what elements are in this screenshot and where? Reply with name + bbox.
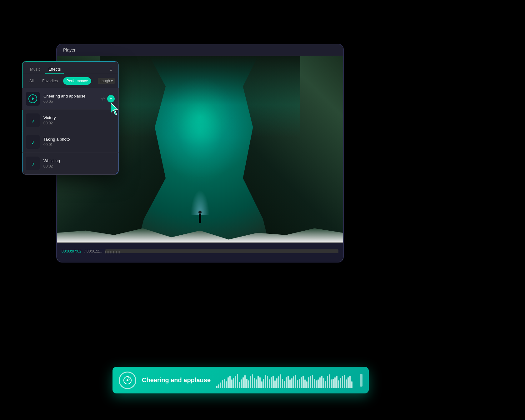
waveform-bar (319, 377, 321, 388)
sound-name-cheering: Cheering and applause (43, 94, 97, 98)
sound-info-whistling: Whistling 00:02 (43, 158, 115, 168)
waveform-bar (254, 378, 255, 388)
waveform-bar (295, 375, 296, 388)
music-note-icon-taking-photo: ♪ (31, 138, 34, 146)
waveform-bar (336, 376, 338, 388)
sound-item-whistling[interactable]: ♪ Whistling 00:02 (22, 153, 118, 174)
filter-favorites[interactable]: Favorites (39, 77, 61, 85)
waveform-bar (348, 377, 349, 388)
waveform-bar (340, 378, 341, 388)
waveform-bar (235, 376, 236, 388)
sound-item-victory[interactable]: ♪ Victory 00:02 (22, 110, 118, 131)
sound-duration-whistling: 00:02 (43, 164, 115, 168)
sound-actions-cheering: ☆ + (101, 95, 115, 102)
sound-info-taking-photo: Taking a photo 00:01 (43, 137, 115, 147)
sound-item-cheering[interactable]: Cheering and applause 00:05 ☆ + (22, 88, 118, 110)
sound-info-victory: Victory 00:02 (43, 115, 115, 125)
waveform-bar (351, 381, 352, 388)
waveform-bar (248, 380, 249, 388)
sound-item-taking-photo[interactable]: ♪ Taking a photo 00:01 (22, 131, 118, 153)
sound-name-victory: Victory (43, 115, 115, 120)
waveform-bar (334, 377, 336, 388)
waveform-bar (252, 374, 253, 388)
filter-performance[interactable]: Performance (63, 77, 92, 85)
waveform-bar (228, 377, 229, 388)
waveform-bar (349, 376, 351, 388)
sound-thumb-cheering (26, 92, 40, 106)
waveform-bar (258, 376, 259, 388)
app-title: Player (63, 48, 76, 52)
waveform-bar (224, 379, 225, 388)
waveform-bar (280, 374, 281, 388)
waveform-bar (263, 379, 264, 388)
timeline-dots (105, 251, 338, 252)
timeline-bar: 00:00:07:02 / 00:01:2... (57, 242, 343, 260)
waveform-end (360, 374, 362, 387)
waveform-bar (302, 376, 304, 388)
waveform-bar (312, 375, 313, 388)
waveform-bar (274, 380, 276, 388)
waveform-bar (229, 376, 231, 388)
add-button-cheering[interactable]: + (107, 95, 115, 102)
waveform-bar (346, 379, 347, 388)
favorite-icon-cheering[interactable]: ☆ (101, 96, 105, 102)
collapse-button[interactable]: « (108, 66, 114, 73)
waveform-bar (242, 377, 244, 388)
waveform-bar (331, 379, 332, 388)
waveform-bar (344, 375, 345, 388)
waveform-bar (342, 376, 343, 388)
effects-panel: Music Effects « All Favorites Performanc… (22, 61, 119, 175)
filter-dropdown[interactable]: Laugh ▾ (98, 78, 115, 84)
timeline-dot (112, 251, 112, 253)
sound-duration-taking-photo: 00:01 (43, 142, 115, 147)
waveform-bar (231, 379, 232, 388)
timeline-dot (113, 251, 114, 253)
waveform-bar (325, 381, 326, 388)
sound-name-taking-photo: Taking a photo (43, 137, 115, 142)
cave-glow (161, 76, 239, 186)
waveform-bar (299, 379, 300, 388)
waveform-bar (265, 375, 266, 388)
tab-effects[interactable]: Effects (45, 65, 64, 74)
waveform-bar (306, 381, 308, 388)
waveform-bar (222, 380, 223, 388)
waveform-bar (338, 380, 339, 388)
waveform-bar (304, 379, 306, 388)
panel-tabs: Music Effects « (22, 61, 118, 74)
waveform-bar (288, 376, 289, 388)
timeline-dot (107, 251, 108, 253)
waveform-bar (329, 374, 330, 388)
filter-all[interactable]: All (26, 77, 37, 85)
waveform-bar (239, 382, 240, 388)
music-icon-circle (119, 372, 136, 389)
timeline-dot (105, 251, 106, 253)
sound-thumb-victory: ♪ (26, 113, 40, 127)
timeline-dot (118, 251, 118, 253)
sound-thumb-taking-photo: ♪ (26, 135, 40, 149)
waveform-bar (261, 381, 262, 388)
waveform-bar (269, 379, 270, 388)
waveform-bar (286, 377, 287, 388)
waveform-bar (278, 376, 279, 388)
waveform-bar (289, 379, 291, 388)
person-silhouette (199, 214, 201, 223)
waveform-bar (314, 379, 315, 388)
waveform-bar (308, 377, 309, 388)
play-button-cheering[interactable] (28, 94, 37, 103)
sound-thumb-whistling: ♪ (26, 157, 40, 170)
waveform-bar (267, 376, 268, 388)
waveform-bar (246, 379, 248, 388)
timeline-track[interactable] (105, 249, 338, 253)
now-playing-bar: Cheering and applause (112, 367, 369, 393)
waveform-bar (218, 384, 219, 388)
tab-music[interactable]: Music (27, 65, 44, 74)
sound-duration-cheering: 00:05 (43, 99, 97, 104)
waveform (216, 372, 353, 388)
waveform-bar (256, 379, 257, 388)
waveform-bar (318, 379, 319, 388)
sound-name-whistling: Whistling (43, 158, 115, 163)
timeline-dot (116, 251, 117, 253)
waveform-bar (244, 375, 246, 388)
svg-marker-0 (111, 103, 118, 115)
music-note-icon-victory: ♪ (31, 117, 34, 124)
